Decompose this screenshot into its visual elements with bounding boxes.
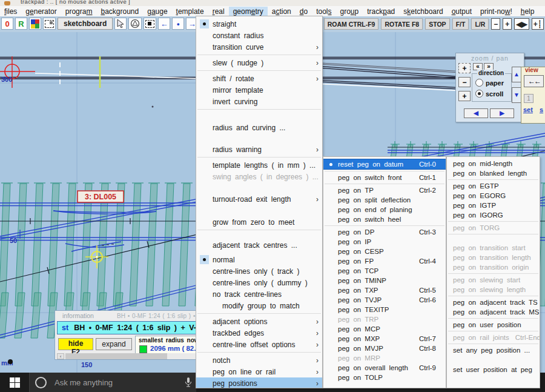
menu-item-grow-from-zero-to-meet[interactable]: grow from zero to meet: [196, 216, 322, 228]
menu-item-peg-on-mxp[interactable]: peg on MXPCtrl-7: [323, 334, 446, 344]
menubar-item-template[interactable]: template: [172, 7, 208, 16]
menu-item-peg-positions[interactable]: peg positions›: [196, 377, 322, 388]
start-button[interactable]: [0, 373, 29, 392]
zoom-in-button[interactable]: +: [458, 91, 471, 101]
centre-button[interactable]: •: [172, 18, 184, 30]
menu-item-peg-on-line-or-rail[interactable]: peg on line or rail›: [196, 366, 322, 377]
scrollbar-thumb[interactable]: [65, 353, 167, 359]
menubar-item-program[interactable]: program: [61, 7, 97, 16]
menu-item-peg-on-mcp[interactable]: peg on MCP: [323, 324, 446, 334]
scroll-option[interactable]: scroll: [475, 90, 503, 98]
view-s-link[interactable]: s: [540, 106, 543, 113]
menu-item-peg-on-txp[interactable]: peg on TXPCtrl-5: [323, 285, 446, 295]
menu-item-invert-curving[interactable]: invert curving: [196, 96, 322, 107]
menu-item-trackbed-edges[interactable]: trackbed edges›: [196, 327, 322, 339]
menu-item-peg-on-mid-length[interactable]: peg on mid-length: [447, 159, 540, 168]
menu-item-reset-peg-on-datum[interactable]: reset peg on datumCtrl-0: [323, 159, 446, 170]
menu-item-centre-lines-only-dummy[interactable]: centre-lines only ( dummy ): [196, 277, 322, 288]
menu-item-modify-group-to-match[interactable]: modify group to match: [196, 300, 322, 311]
view-rewind-button[interactable]: ←←: [524, 75, 544, 87]
pan-mode-button[interactable]: [128, 18, 142, 30]
menubar-item-files[interactable]: files: [0, 7, 21, 16]
menu-item-peg-on-user-position[interactable]: peg on user position: [447, 320, 540, 330]
menu-item-peg-on-tolp[interactable]: peg on TOLP: [323, 373, 446, 382]
menu-item-slew-nudge[interactable]: slew ( nudge )›: [196, 57, 322, 68]
pointer-button[interactable]: [114, 18, 127, 30]
pan-down-button[interactable]: ▼: [512, 87, 521, 103]
menu-item-peg-on-egtp[interactable]: peg on EGTP: [447, 181, 540, 191]
menu-item-normal[interactable]: normal: [196, 254, 322, 265]
menubar-item-gauge[interactable]: gauge: [143, 7, 171, 16]
menu-item-peg-on-tvjp[interactable]: peg on TVJPCtrl-6: [323, 295, 446, 305]
menu-item-peg-on-switch-front[interactable]: peg on switch frontCtrl-1: [323, 173, 446, 182]
menu-item-peg-on-ip[interactable]: peg on IP: [323, 237, 446, 247]
menu-item-peg-on-tminp[interactable]: peg on TMINP: [323, 276, 446, 285]
menu-item-straight[interactable]: straight: [196, 18, 322, 30]
menubar-item-output[interactable]: output: [448, 7, 476, 16]
menu-item-adjacent-options[interactable]: adjacent options›: [196, 316, 322, 327]
menubar-item-group[interactable]: group: [336, 7, 363, 16]
view-set-link[interactable]: set: [523, 106, 533, 113]
menu-item-peg-on-blanked-length[interactable]: peg on blanked length: [447, 168, 540, 178]
menu-item-peg-on-fp[interactable]: peg on FPCtrl-4: [323, 256, 446, 266]
colours-button[interactable]: [29, 18, 41, 30]
pan-right-button[interactable]: ▶: [490, 108, 514, 118]
scroll-radio[interactable]: [475, 90, 483, 98]
paper-option[interactable]: paper: [475, 79, 504, 87]
menu-item-no-track-centre-lines[interactable]: no track centre-lines: [196, 288, 322, 300]
paper-radio[interactable]: [475, 79, 483, 87]
toolbar-button-f-t[interactable]: F/T: [452, 18, 469, 30]
menu-item-peg-on-igorg[interactable]: peg on IGORG: [447, 210, 540, 220]
menu-item-peg-on-egorg[interactable]: peg on EGORG: [447, 191, 540, 201]
sketchboard-button[interactable]: sketchboard: [58, 18, 113, 30]
hide-button[interactable]: hide F2: [58, 338, 93, 350]
page-origin-button[interactable]: [144, 18, 156, 30]
toolbar-button-stop[interactable]: STOP: [425, 18, 449, 30]
menu-item-mirror-template[interactable]: mirror template: [196, 84, 322, 96]
menu-item-peg-on-adjacent-track-ms[interactable]: peg on adjacent track MS: [447, 307, 540, 317]
zoom-out-button[interactable]: −: [458, 77, 471, 87]
menubar-item-help[interactable]: help: [517, 7, 539, 16]
menu-item-peg-on-switch-heel[interactable]: peg on switch heel: [323, 214, 446, 224]
menu-item-peg-on-tp[interactable]: peg on TPCtrl-2: [323, 185, 446, 195]
menu-item-peg-on-texitp[interactable]: peg on TEXITP: [323, 305, 446, 314]
retreat-button[interactable]: ←: [158, 18, 170, 30]
menu-item-peg-on-tcp[interactable]: peg on TCP: [323, 266, 446, 276]
menu-item-radius-warning[interactable]: radius warning›: [196, 144, 322, 155]
menubar-item-real[interactable]: real: [208, 7, 229, 16]
menubar-item-generator[interactable]: generator: [21, 7, 61, 16]
menubar-item-print-now[interactable]: print-now!: [476, 7, 517, 16]
pan-left-button[interactable]: ◀: [464, 108, 488, 118]
menu-item-constant-radius[interactable]: constant radius: [196, 30, 322, 41]
scroll-left-button[interactable]: ‹: [57, 353, 64, 359]
menu-item-set-user-position-at-peg[interactable]: set user position at peg: [447, 365, 540, 374]
zero-button[interactable]: 0: [1, 18, 13, 30]
toolbar-button-l-r[interactable]: L/R: [471, 18, 489, 30]
menu-item-peg-on-mvjp[interactable]: peg on MVJPCtrl-8: [323, 344, 446, 353]
menu-item-peg-on-overall-length[interactable]: peg on overall lengthCtrl-9: [323, 363, 446, 373]
menubar-item-tools[interactable]: tools: [312, 7, 335, 16]
menu-item-peg-on-dp[interactable]: peg on DPCtrl-3: [323, 227, 446, 237]
menubar-item-action[interactable]: action: [268, 7, 296, 16]
menubar-item-do[interactable]: do: [296, 7, 312, 16]
menubar-item-background[interactable]: background: [96, 7, 143, 16]
menubar-item-geometry[interactable]: geometry: [229, 7, 268, 16]
menu-item-radius-and-curving[interactable]: radius and curving ...: [196, 122, 322, 133]
menu-item-peg-on-split-deflection[interactable]: peg on split deflection: [323, 195, 446, 205]
menu-item-transition-curve[interactable]: transition curve›: [196, 41, 322, 53]
info-scrollbar[interactable]: ‹: [57, 353, 201, 359]
menu-item-centre-line-offset-options[interactable]: centre-line offset options›: [196, 339, 322, 350]
toolbar-icon-button-1[interactable]: +: [503, 18, 512, 30]
template-name-label[interactable]: 3: DL005: [78, 191, 124, 202]
menubar-item-trackpad[interactable]: trackpad: [363, 7, 399, 16]
output-area-button[interactable]: [43, 18, 56, 30]
menu-item-shift-rotate[interactable]: shift / rotate›: [196, 73, 322, 84]
toolbar-icon-button-3[interactable]: +┊: [532, 18, 544, 30]
menu-item-turnout-road-exit-length[interactable]: turnout-road exit length›: [196, 193, 322, 205]
menu-item-peg-on-end-of-planing[interactable]: peg on end of planing: [323, 205, 446, 214]
menu-item-peg-on-adjacent-track-ts[interactable]: peg on adjacent track TS: [447, 297, 540, 307]
menubar-item-sketchboard[interactable]: sketchboard: [399, 7, 447, 16]
menu-item-centre-lines-only-track[interactable]: centre-lines only ( track ): [196, 265, 322, 277]
expand-button[interactable]: expand: [96, 338, 132, 350]
menu-item-peg-on-cesp[interactable]: peg on CESP: [323, 247, 446, 256]
